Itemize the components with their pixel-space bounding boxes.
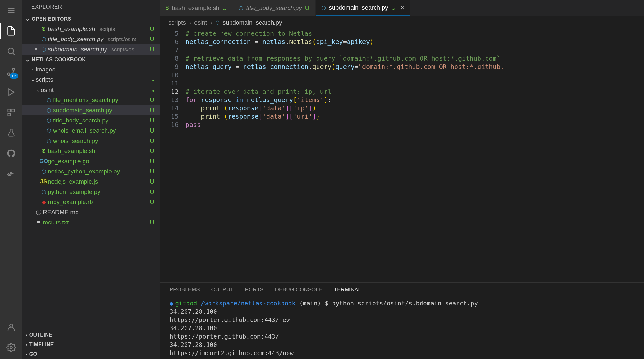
chevron-down-icon: ⌄ (26, 56, 30, 62)
python-icon: ⬡ (45, 128, 53, 134)
file-icon: ⬡ (40, 36, 48, 43)
tree-item[interactable]: ⬡file_mentions_search.pyU (22, 95, 160, 105)
editor-tab[interactable]: $bash_example.shU (160, 0, 233, 16)
python-icon: ⬡ (45, 117, 53, 124)
timeline-header[interactable]: › TIMELINE (22, 340, 160, 349)
svg-rect-9 (12, 109, 14, 112)
file-icon: ⓘ (34, 209, 43, 216)
sidebar: EXPLORER ··· ⌄ OPEN EDITORS $bash_exampl… (22, 0, 160, 359)
svg-point-12 (10, 324, 13, 327)
tree-item[interactable]: ⌄scripts (22, 75, 160, 85)
git-status: U (149, 117, 154, 124)
panel-tab[interactable]: PROBLEMS (170, 287, 200, 295)
settings-icon[interactable] (5, 342, 17, 353)
file-icon: ◆ (40, 199, 48, 206)
go-header[interactable]: › GO (22, 349, 160, 359)
open-editor-item[interactable]: ×⬡subdomain_search.py scripts/os...U (22, 44, 160, 55)
git-status: U (149, 199, 154, 206)
open-editor-item[interactable]: $bash_example.sh scriptsU (22, 24, 160, 34)
tree-item[interactable]: ⬡whois_search.pyU (22, 136, 160, 146)
python-icon: ⬡ (45, 138, 53, 144)
open-editors-header[interactable]: ⌄ OPEN EDITORS (22, 14, 160, 24)
svg-point-3 (8, 48, 14, 54)
close-icon[interactable]: × (401, 4, 404, 11)
open-editor-item[interactable]: ⬡title_body_search.py scripts/osintU (22, 34, 160, 44)
git-status: U (149, 137, 154, 144)
git-status: U (149, 188, 154, 195)
editor-tab[interactable]: ⬡title_body_search.pyU (233, 0, 316, 16)
git-status: U (149, 26, 154, 33)
github-icon[interactable] (5, 148, 17, 159)
extensions-icon[interactable] (5, 107, 17, 118)
tree-item[interactable]: ≡results.txtU (22, 217, 160, 228)
bottom-panel: PROBLEMSOUTPUTPORTSDEBUG CONSOLETERMINAL… (160, 282, 644, 359)
svg-point-5 (12, 68, 15, 71)
tree-item[interactable]: ⌄osint (22, 85, 160, 95)
git-status: U (149, 168, 154, 175)
terminal[interactable]: ●gitpod /workspace/netlas-cookbook (main… (160, 298, 644, 359)
chevron-down-icon: ⌄ (30, 77, 36, 83)
chevron-right-icon: › (210, 19, 212, 26)
testing-icon[interactable] (5, 127, 17, 139)
git-status: U (149, 219, 154, 226)
tree-item[interactable]: GOgo_example.goU (22, 156, 160, 166)
tree-item[interactable]: ⓘREADME.md (22, 207, 160, 217)
panel-tab[interactable]: DEBUG CONSOLE (275, 287, 322, 295)
git-status: U (149, 148, 154, 155)
python-icon: ⬡ (45, 97, 53, 104)
file-icon: ⬡ (239, 5, 243, 11)
menu-icon[interactable] (5, 5, 17, 16)
panel-tab[interactable]: TERMINAL (334, 287, 361, 295)
chevron-right-icon: › (26, 342, 27, 348)
source-control-badge: 12 (10, 73, 18, 79)
git-status: U (149, 158, 154, 165)
panel-tabs: PROBLEMSOUTPUTPORTSDEBUG CONSOLETERMINAL (160, 283, 644, 298)
tree-item[interactable]: ⬡whois_email_search.pyU (22, 126, 160, 136)
tree-item[interactable]: ⬡subdomain_search.pyU (22, 105, 160, 115)
editor-tabs: $bash_example.shU⬡title_body_search.pyU⬡… (160, 0, 644, 16)
panel-tab[interactable]: OUTPUT (211, 287, 233, 295)
run-debug-icon[interactable] (5, 86, 17, 98)
breadcrumbs[interactable]: scripts › osint › ⬡ subdomain_search.py (160, 16, 644, 29)
git-status: U (391, 4, 396, 11)
file-icon: $ (166, 5, 169, 11)
chevron-right-icon: › (189, 19, 191, 26)
git-status: U (149, 36, 154, 43)
tree-item[interactable]: ◆ruby_example.rbU (22, 197, 160, 207)
tree-item[interactable]: ⬡python_example.pyU (22, 187, 160, 197)
git-status: U (149, 178, 154, 185)
close-icon[interactable]: × (33, 46, 40, 53)
git-status: U (149, 107, 154, 114)
accounts-icon[interactable] (5, 321, 17, 333)
editor-area: $bash_example.shU⬡title_body_search.pyU⬡… (160, 0, 644, 359)
file-icon: JS (40, 178, 48, 185)
tree-item[interactable]: JSnodejs_example.jsU (22, 177, 160, 187)
python-icon: ⬡ (45, 107, 53, 114)
file-icon: ⬡ (40, 189, 48, 195)
panel-tab[interactable]: PORTS (245, 287, 263, 295)
git-status: U (305, 4, 310, 11)
tree-item[interactable]: ›images (22, 64, 160, 75)
chevron-right-icon: › (26, 351, 27, 357)
outline-header[interactable]: › OUTLINE (22, 330, 160, 340)
git-status: U (223, 4, 227, 11)
tree-item[interactable]: ⬡title_body_search.pyU (22, 115, 160, 126)
docker-icon[interactable] (5, 168, 17, 180)
svg-point-13 (10, 346, 12, 349)
sidebar-title: EXPLORER (31, 4, 62, 10)
code-editor[interactable]: 5678910111213141516 # create new connect… (160, 29, 644, 282)
source-control-icon[interactable]: 12 (5, 66, 17, 77)
file-icon: GO (40, 158, 48, 165)
tree-item[interactable]: ⬡netlas_python_example.pyU (22, 166, 160, 177)
project-header[interactable]: ⌄ NETLAS-COOKBOOK (22, 55, 160, 64)
chevron-right-icon: › (30, 67, 36, 72)
search-icon[interactable] (5, 46, 17, 57)
explorer-icon[interactable] (5, 25, 17, 37)
modified-dot (149, 76, 154, 83)
file-icon: ⬡ (40, 168, 48, 175)
editor-tab[interactable]: ⬡subdomain_search.pyU× (316, 0, 410, 16)
more-icon[interactable]: ··· (147, 4, 154, 10)
tree-item[interactable]: $bash_example.shU (22, 146, 160, 156)
chevron-right-icon: › (26, 332, 27, 338)
svg-line-4 (13, 53, 14, 55)
